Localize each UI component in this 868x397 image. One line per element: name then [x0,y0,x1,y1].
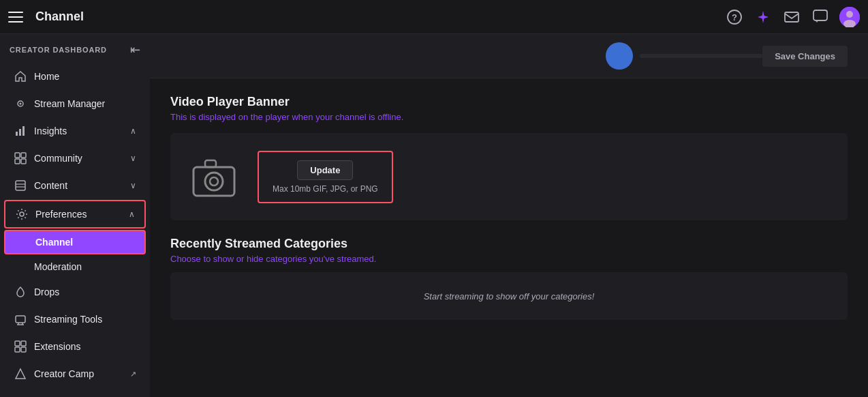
preferences-icon [15,207,29,221]
video-banner-section: Video Player Banner This is displayed on… [150,78,868,220]
sidebar-item-drops[interactable]: Drops [4,279,146,305]
svg-rect-15 [21,159,26,164]
profile-dot [606,42,633,70]
sidebar-item-extensions[interactable]: Extensions [4,334,146,359]
svg-rect-10 [19,129,21,136]
sparkle-icon[interactable] [754,8,773,27]
svg-point-19 [20,212,24,216]
sidebar-item-label-stream-manager: Stream Manager [34,98,136,109]
upload-hint: Max 10mb GIF, JPG, or PNG [273,184,378,194]
top-section-left [606,42,762,70]
svg-rect-2 [785,12,799,22]
banner-upload-area: Update Max 10mb GIF, JPG, or PNG [258,151,393,203]
sidebar-subitem-label-moderation: Moderation [34,261,82,272]
sidebar-item-community[interactable]: Community ∨ [4,145,146,171]
creator-camp-external-icon: ↗ [130,370,136,379]
sidebar-item-label-content: Content [34,180,123,191]
main-layout: Creator Dashboard ⇤ Home Stream Manager [0,34,868,397]
svg-rect-12 [15,153,20,158]
sidebar-item-label-creator-camp: Creator Camp [34,368,123,379]
save-changes-button[interactable]: Save Changes [762,46,848,67]
page-title: Channel [35,10,84,24]
avatar[interactable] [839,7,860,27]
sidebar-subitem-moderation[interactable]: Moderation [4,256,146,278]
sidebar: Creator Dashboard ⇤ Home Stream Manager [0,34,150,397]
sidebar-subitem-label-channel: Channel [35,237,73,248]
camera-placeholder [187,149,241,204]
sidebar-item-streaming-tools[interactable]: Streaming Tools [4,306,146,332]
svg-rect-16 [16,181,25,190]
video-banner-title: Video Player Banner [170,95,848,109]
svg-rect-24 [15,341,20,346]
sidebar-item-stream-manager[interactable]: Stream Manager [4,91,146,117]
extensions-icon [14,340,27,353]
sidebar-item-label-preferences: Preferences [35,209,122,220]
top-nav: Channel ? [0,0,868,34]
sidebar-item-label-insights: Insights [34,126,123,136]
sidebar-item-creator-camp[interactable]: Creator Camp ↗ [4,361,146,387]
svg-point-31 [210,177,218,186]
topnav-left: Channel [8,7,84,27]
menu-button[interactable] [8,7,29,27]
categories-empty-text: Start streaming to show off your categor… [424,291,595,302]
svg-marker-28 [16,369,25,379]
creator-camp-icon [14,367,27,381]
content-chevron: ∨ [130,181,136,190]
sidebar-item-home[interactable]: Home [4,63,146,89]
svg-rect-3 [813,10,827,20]
recently-streamed-title: Recently Streamed Categories [170,237,848,251]
svg-point-5 [846,11,853,18]
recently-streamed-subtitle: Choose to show or hide categories you've… [170,254,848,264]
insights-icon [14,124,27,138]
svg-point-8 [20,103,22,105]
sidebar-header: Creator Dashboard ⇤ [0,34,150,63]
sidebar-item-label-extensions: Extensions [34,341,136,352]
community-chevron: ∨ [130,153,136,163]
drops-icon [14,285,27,299]
svg-rect-25 [21,341,26,346]
categories-empty-box: Start streaming to show off your categor… [170,272,848,320]
content-icon [14,179,27,192]
sidebar-collapse-button[interactable]: ⇤ [130,42,140,57]
svg-rect-13 [21,153,26,158]
svg-rect-26 [15,347,20,352]
sidebar-header-label: Creator Dashboard [10,46,107,54]
community-icon [14,151,27,165]
topnav-right: ? [725,7,860,27]
sidebar-item-insights[interactable]: Insights ∧ [4,118,146,144]
sidebar-item-content[interactable]: Content ∨ [4,173,146,198]
svg-point-30 [205,173,223,190]
svg-rect-20 [16,316,25,323]
svg-rect-11 [22,126,25,136]
update-button[interactable]: Update [297,160,353,180]
home-icon [14,70,27,83]
mail-icon[interactable] [782,8,801,27]
svg-rect-27 [21,347,26,352]
streaming-tools-icon [14,312,27,326]
video-banner-subtitle: This is displayed on the player when you… [170,112,848,122]
stream-manager-icon [14,97,27,111]
video-banner-box: Update Max 10mb GIF, JPG, or PNG [170,133,848,220]
svg-rect-14 [15,159,20,164]
svg-rect-9 [16,132,18,136]
chat-icon[interactable] [811,8,830,27]
sidebar-item-label-community: Community [34,153,123,164]
sidebar-subitem-channel[interactable]: Channel [4,230,146,254]
sidebar-item-label-streaming-tools: Streaming Tools [34,314,136,325]
sidebar-item-label-drops: Drops [34,286,136,297]
svg-rect-29 [193,167,234,196]
help-icon[interactable]: ? [725,8,744,27]
content-area: Save Changes Video Player Banner This is… [150,34,868,397]
preferences-chevron: ∧ [129,209,135,219]
insights-chevron: ∧ [130,126,136,136]
sidebar-item-preferences[interactable]: Preferences ∧ [4,200,146,229]
svg-text:?: ? [732,12,737,23]
sidebar-item-label-home: Home [34,71,136,82]
top-section: Save Changes [150,34,868,78]
recently-streamed-section: Recently Streamed Categories Choose to s… [150,237,868,320]
